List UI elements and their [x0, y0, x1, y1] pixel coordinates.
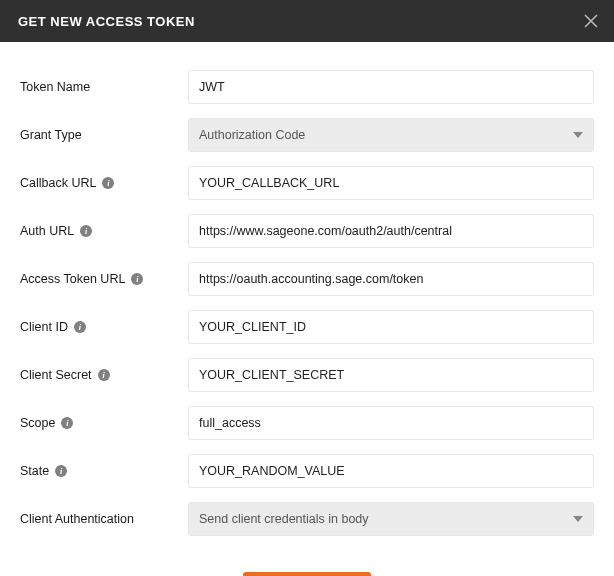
client-auth-select[interactable]: Send client credentials in body: [188, 502, 594, 536]
auth-url-input[interactable]: [188, 214, 594, 248]
row-access-token-url: Access Token URL i: [20, 262, 594, 296]
row-state: State i: [20, 454, 594, 488]
label-auth-url: Auth URL: [20, 224, 74, 238]
label-access-token-url: Access Token URL: [20, 272, 125, 286]
info-icon[interactable]: i: [74, 321, 86, 333]
label-state: State: [20, 464, 49, 478]
info-icon[interactable]: i: [61, 417, 73, 429]
token-name-input[interactable]: [188, 70, 594, 104]
modal-body: Token Name Grant Type Authorization Code: [0, 42, 614, 576]
row-grant-type: Grant Type Authorization Code: [20, 118, 594, 152]
client-auth-value: Send client credentials in body: [199, 512, 369, 526]
info-icon[interactable]: i: [80, 225, 92, 237]
info-icon[interactable]: i: [55, 465, 67, 477]
close-icon[interactable]: [582, 9, 600, 33]
info-icon[interactable]: i: [131, 273, 143, 285]
label-scope: Scope: [20, 416, 55, 430]
info-icon[interactable]: i: [98, 369, 110, 381]
label-client-auth: Client Authentication: [20, 512, 134, 526]
modal-title: GET NEW ACCESS TOKEN: [18, 14, 195, 29]
row-token-name: Token Name: [20, 70, 594, 104]
label-client-id: Client ID: [20, 320, 68, 334]
state-input[interactable]: [188, 454, 594, 488]
client-id-input[interactable]: [188, 310, 594, 344]
chevron-down-icon: [573, 516, 583, 522]
request-token-button[interactable]: Request Token: [243, 572, 371, 576]
label-client-secret: Client Secret: [20, 368, 92, 382]
info-icon[interactable]: i: [102, 177, 114, 189]
row-scope: Scope i: [20, 406, 594, 440]
access-token-url-input[interactable]: [188, 262, 594, 296]
get-access-token-modal: GET NEW ACCESS TOKEN Token Name Grant Ty…: [0, 0, 614, 576]
scope-input[interactable]: [188, 406, 594, 440]
modal-header: GET NEW ACCESS TOKEN: [0, 0, 614, 42]
row-client-auth: Client Authentication Send client creden…: [20, 502, 594, 536]
label-token-name: Token Name: [20, 80, 90, 94]
label-grant-type: Grant Type: [20, 128, 82, 142]
row-callback-url: Callback URL i: [20, 166, 594, 200]
client-secret-input[interactable]: [188, 358, 594, 392]
grant-type-select[interactable]: Authorization Code: [188, 118, 594, 152]
chevron-down-icon: [573, 132, 583, 138]
row-auth-url: Auth URL i: [20, 214, 594, 248]
row-client-id: Client ID i: [20, 310, 594, 344]
row-client-secret: Client Secret i: [20, 358, 594, 392]
modal-footer: Request Token: [20, 550, 594, 576]
callback-url-input[interactable]: [188, 166, 594, 200]
grant-type-value: Authorization Code: [199, 128, 305, 142]
label-callback-url: Callback URL: [20, 176, 96, 190]
